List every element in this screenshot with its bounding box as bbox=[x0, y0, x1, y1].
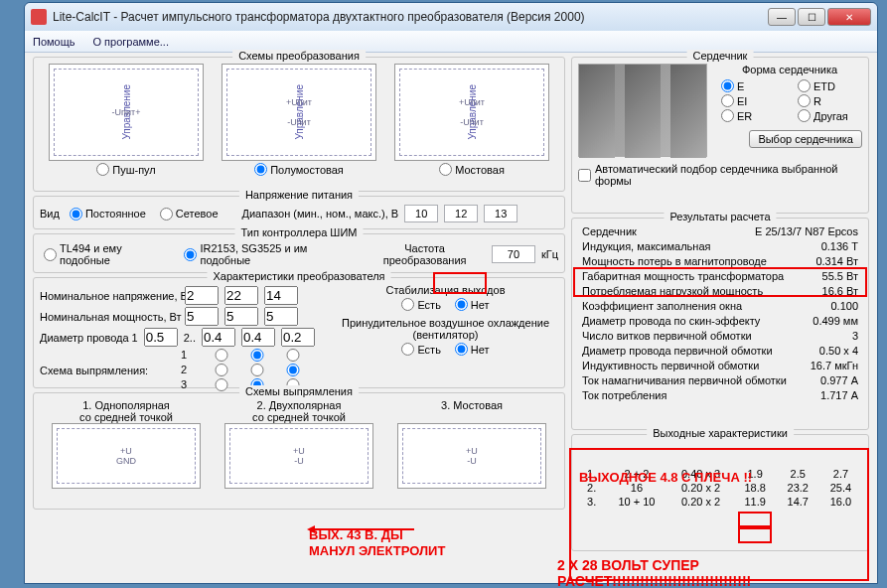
core-image bbox=[578, 64, 707, 157]
res-core-label: Сердечник bbox=[582, 224, 637, 239]
rs1-3[interactable] bbox=[284, 349, 302, 362]
wire-sep: 2.. bbox=[184, 332, 196, 344]
table-row: 1.2 + 20.40 x 31.92.52.7 bbox=[578, 467, 862, 481]
v3-input[interactable] bbox=[264, 286, 298, 305]
stab-no[interactable]: Нет bbox=[455, 298, 490, 311]
app-window: Lite-CalcIT - Расчет импульсного трансфо… bbox=[24, 2, 878, 584]
maximize-button[interactable]: ☐ bbox=[798, 8, 825, 26]
pwm-title: Тип контроллера ШИМ bbox=[235, 226, 364, 238]
rect2-label-a: 2. Двухполярная bbox=[224, 399, 373, 411]
minimize-button[interactable]: — bbox=[768, 8, 796, 26]
power-nom-input[interactable] bbox=[444, 205, 478, 222]
results-title: Результаты расчета bbox=[664, 211, 776, 222]
rect1-diagram: +UGND bbox=[52, 423, 201, 489]
radio-bridge[interactable]: Мостовая bbox=[439, 163, 505, 176]
freq-label: Частота преобразования bbox=[364, 242, 486, 266]
rs2-1[interactable] bbox=[213, 364, 230, 376]
rs3-1[interactable] bbox=[213, 378, 230, 391]
core-e[interactable]: E bbox=[721, 79, 782, 92]
close-button[interactable]: ✕ bbox=[827, 8, 871, 26]
choose-core-button[interactable]: Выбор сердечника bbox=[749, 130, 862, 148]
rect2-diagram: +U-U bbox=[224, 423, 373, 489]
d2-input[interactable] bbox=[202, 328, 235, 347]
core-title: Сердечник bbox=[687, 50, 754, 62]
conv-title: Характеристики преобразователя bbox=[207, 270, 390, 282]
radio-ac[interactable]: Сетевое bbox=[160, 208, 219, 220]
table-row: 3.10 + 100.20 x 211.914.716.0 bbox=[578, 495, 862, 509]
cooling-label: Принудительное воздушное охлаждение (вен… bbox=[333, 317, 558, 341]
content: Схемы преобразования Управление-Uпит+ Пу… bbox=[25, 53, 877, 583]
power-min-input[interactable] bbox=[404, 205, 438, 222]
rect2-label-b: со средней точкой bbox=[224, 411, 373, 423]
rect3-label: 3. Мостовая bbox=[397, 399, 546, 411]
rs1-2[interactable] bbox=[248, 349, 266, 362]
v1-input[interactable] bbox=[185, 286, 219, 305]
rect1-label-b: со средней точкой bbox=[52, 411, 201, 423]
app-icon bbox=[31, 9, 47, 25]
cool-yes[interactable]: Есть bbox=[401, 343, 440, 356]
scheme-halfbridge-diagram: Управление+Uпит-Uпит bbox=[222, 64, 376, 161]
power-range-label: Диапазон (мин., ном., макс.), В bbox=[242, 208, 399, 220]
power-kind-label: Вид bbox=[40, 208, 60, 220]
d4-input[interactable] bbox=[281, 328, 315, 347]
out-title: Выходные характеристики bbox=[647, 427, 794, 439]
coreform-label: Форма сердечника bbox=[717, 64, 862, 75]
power-max-input[interactable] bbox=[484, 205, 517, 222]
rs2-3[interactable] bbox=[284, 364, 302, 376]
p3-input[interactable] bbox=[264, 307, 298, 326]
d1-input[interactable] bbox=[144, 328, 178, 347]
rect3-diagram: +U-U bbox=[397, 423, 546, 489]
titlebar: Lite-CalcIT - Расчет импульсного трансфо… bbox=[25, 3, 877, 31]
rect1-label-a: 1. Однополярная bbox=[52, 399, 201, 411]
radio-tl494[interactable]: TL494 и ему подобные bbox=[44, 242, 170, 266]
out-table: 1.2 + 20.40 x 31.92.52.7 2.160.20 x 218.… bbox=[578, 467, 862, 509]
core-ei[interactable]: EI bbox=[721, 94, 782, 107]
wired-label: Диаметр провода 1 bbox=[40, 332, 138, 344]
menu-about[interactable]: О программе... bbox=[93, 36, 169, 48]
table-row: 2.160.20 x 218.823.225.4 bbox=[578, 481, 862, 495]
rect-title: Схемы выпрямления bbox=[239, 385, 359, 397]
rectscheme-label: Схема выпрямления: bbox=[40, 365, 175, 376]
p1-input[interactable] bbox=[185, 307, 219, 326]
power-title: Напряжение питания bbox=[239, 189, 359, 201]
freq-input[interactable] bbox=[492, 245, 535, 263]
res-core-value: E 25/13/7 N87 Epcos bbox=[755, 224, 858, 239]
stab-yes[interactable]: Есть bbox=[401, 298, 440, 311]
menu-help[interactable]: Помощь bbox=[33, 36, 75, 48]
radio-ir2153[interactable]: IR2153, SG3525 и им подобные bbox=[184, 242, 354, 266]
core-er[interactable]: ER bbox=[721, 109, 782, 122]
rs1-1[interactable] bbox=[213, 349, 230, 362]
scheme-bridge-diagram: Управление+Uпит-Uпит bbox=[394, 64, 549, 161]
radio-halfbridge[interactable]: Полумостовая bbox=[254, 163, 344, 176]
nomv-label: Номинальное напряжение, В bbox=[40, 290, 179, 302]
core-etd[interactable]: ETD bbox=[798, 79, 858, 92]
nomp-label: Номинальная мощность, Вт bbox=[40, 311, 179, 323]
stab-label: Стабилизация выходов bbox=[333, 284, 558, 296]
scheme-pushpull-diagram: Управление-Uпит+ bbox=[49, 64, 204, 161]
d3-input[interactable] bbox=[241, 328, 275, 347]
cool-no[interactable]: Нет bbox=[455, 343, 490, 356]
radio-dc[interactable]: Постоянное bbox=[70, 208, 146, 220]
radio-pushpull[interactable]: Пуш-пул bbox=[96, 163, 156, 176]
window-title: Lite-CalcIT - Расчет импульсного трансфо… bbox=[53, 10, 768, 24]
auto-core-checkbox[interactable]: Автоматический подбор сердечника выбранн… bbox=[578, 163, 862, 187]
p2-input[interactable] bbox=[224, 307, 258, 326]
rs2-2[interactable] bbox=[248, 364, 266, 376]
freq-unit: кГц bbox=[541, 248, 558, 260]
core-other[interactable]: Другая bbox=[798, 109, 858, 122]
v2-input[interactable] bbox=[224, 286, 258, 305]
core-r[interactable]: R bbox=[798, 94, 858, 107]
schemes-title: Схемы преобразования bbox=[232, 50, 366, 62]
